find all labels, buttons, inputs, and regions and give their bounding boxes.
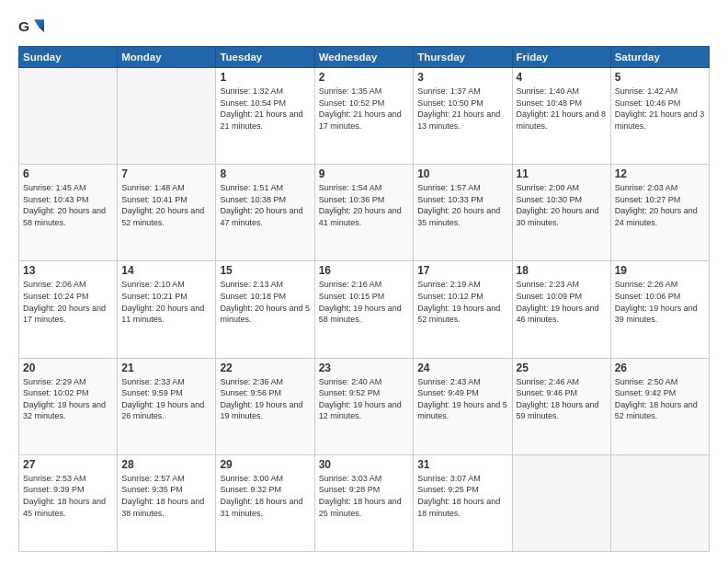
day-info: Sunrise: 1:48 AM Sunset: 10:41 PM Daylig… xyxy=(121,182,211,228)
day-number: 9 xyxy=(319,167,410,180)
day-number: 2 xyxy=(319,71,410,84)
day-info: Sunrise: 2:57 AM Sunset: 9:35 PM Dayligh… xyxy=(121,473,211,519)
calendar-week-row: 6Sunrise: 1:45 AM Sunset: 10:43 PM Dayli… xyxy=(19,165,710,261)
day-info: Sunrise: 2:00 AM Sunset: 10:30 PM Daylig… xyxy=(517,182,607,228)
day-info: Sunrise: 2:46 AM Sunset: 9:46 PM Dayligh… xyxy=(517,376,607,422)
day-info: Sunrise: 2:36 AM Sunset: 9:56 PM Dayligh… xyxy=(220,376,310,422)
day-number: 5 xyxy=(615,71,705,84)
calendar-cell: 25Sunrise: 2:46 AM Sunset: 9:46 PM Dayli… xyxy=(512,358,610,454)
weekday-header: Thursday xyxy=(414,47,512,68)
calendar-cell: 4Sunrise: 1:40 AM Sunset: 10:48 PM Dayli… xyxy=(512,68,610,165)
day-info: Sunrise: 1:40 AM Sunset: 10:48 PM Daylig… xyxy=(517,86,607,132)
day-info: Sunrise: 2:40 AM Sunset: 9:52 PM Dayligh… xyxy=(319,376,410,422)
logo-icon: G xyxy=(18,17,44,37)
day-number: 10 xyxy=(417,167,507,180)
day-info: Sunrise: 1:57 AM Sunset: 10:33 PM Daylig… xyxy=(417,182,507,228)
header: G xyxy=(18,17,710,37)
svg-marker-2 xyxy=(39,27,44,32)
calendar-cell: 30Sunrise: 3:03 AM Sunset: 9:28 PM Dayli… xyxy=(314,454,414,551)
day-info: Sunrise: 1:54 AM Sunset: 10:36 PM Daylig… xyxy=(319,182,410,228)
day-number: 26 xyxy=(615,362,705,374)
day-info: Sunrise: 2:23 AM Sunset: 10:09 PM Daylig… xyxy=(517,279,607,325)
calendar-cell xyxy=(19,68,118,165)
day-number: 18 xyxy=(517,264,607,277)
calendar-cell: 22Sunrise: 2:36 AM Sunset: 9:56 PM Dayli… xyxy=(216,358,314,454)
day-number: 22 xyxy=(220,362,310,374)
calendar-cell: 11Sunrise: 2:00 AM Sunset: 10:30 PM Dayl… xyxy=(512,165,610,261)
day-number: 28 xyxy=(121,458,211,471)
calendar-cell: 14Sunrise: 2:10 AM Sunset: 10:21 PM Dayl… xyxy=(118,261,216,358)
calendar-cell: 15Sunrise: 2:13 AM Sunset: 10:18 PM Dayl… xyxy=(216,261,314,358)
day-info: Sunrise: 2:26 AM Sunset: 10:06 PM Daylig… xyxy=(615,279,705,325)
weekday-header: Wednesday xyxy=(314,47,414,68)
day-number: 25 xyxy=(517,362,607,374)
calendar-week-row: 1Sunrise: 1:32 AM Sunset: 10:54 PM Dayli… xyxy=(19,68,710,165)
day-number: 30 xyxy=(319,458,410,471)
day-number: 20 xyxy=(23,362,113,374)
calendar-page: G SundayMondayTuesdayWednesdayThursdayFr… xyxy=(0,0,728,563)
day-number: 21 xyxy=(121,362,211,374)
calendar-cell: 29Sunrise: 3:00 AM Sunset: 9:32 PM Dayli… xyxy=(216,454,314,551)
day-info: Sunrise: 3:00 AM Sunset: 9:32 PM Dayligh… xyxy=(220,473,310,519)
calendar-cell: 2Sunrise: 1:35 AM Sunset: 10:52 PM Dayli… xyxy=(314,68,414,165)
calendar-cell: 7Sunrise: 1:48 AM Sunset: 10:41 PM Dayli… xyxy=(118,165,216,261)
calendar-cell: 18Sunrise: 2:23 AM Sunset: 10:09 PM Dayl… xyxy=(512,261,610,358)
calendar-cell: 21Sunrise: 2:33 AM Sunset: 9:59 PM Dayli… xyxy=(118,358,216,454)
day-info: Sunrise: 1:37 AM Sunset: 10:50 PM Daylig… xyxy=(417,86,507,132)
calendar-cell: 31Sunrise: 3:07 AM Sunset: 9:25 PM Dayli… xyxy=(414,454,512,551)
calendar-cell: 20Sunrise: 2:29 AM Sunset: 10:02 PM Dayl… xyxy=(19,358,118,454)
day-number: 31 xyxy=(417,458,507,471)
svg-text:G: G xyxy=(18,18,29,34)
day-number: 16 xyxy=(319,264,410,277)
calendar-week-row: 20Sunrise: 2:29 AM Sunset: 10:02 PM Dayl… xyxy=(19,358,710,454)
calendar-cell: 19Sunrise: 2:26 AM Sunset: 10:06 PM Dayl… xyxy=(610,261,709,358)
day-info: Sunrise: 2:29 AM Sunset: 10:02 PM Daylig… xyxy=(23,376,113,422)
day-info: Sunrise: 1:32 AM Sunset: 10:54 PM Daylig… xyxy=(220,86,310,132)
calendar-week-row: 13Sunrise: 2:06 AM Sunset: 10:24 PM Dayl… xyxy=(19,261,710,358)
calendar-cell: 23Sunrise: 2:40 AM Sunset: 9:52 PM Dayli… xyxy=(314,358,414,454)
weekday-header: Tuesday xyxy=(216,47,314,68)
day-number: 14 xyxy=(121,264,211,277)
calendar-week-row: 27Sunrise: 2:53 AM Sunset: 9:39 PM Dayli… xyxy=(19,454,710,551)
logo: G xyxy=(18,17,48,37)
weekday-header-row: SundayMondayTuesdayWednesdayThursdayFrid… xyxy=(19,47,710,68)
day-info: Sunrise: 2:16 AM Sunset: 10:15 PM Daylig… xyxy=(319,279,410,325)
day-info: Sunrise: 2:53 AM Sunset: 9:39 PM Dayligh… xyxy=(23,473,113,519)
calendar-cell: 17Sunrise: 2:19 AM Sunset: 10:12 PM Dayl… xyxy=(414,261,512,358)
calendar-cell: 6Sunrise: 1:45 AM Sunset: 10:43 PM Dayli… xyxy=(19,165,118,261)
day-info: Sunrise: 2:43 AM Sunset: 9:49 PM Dayligh… xyxy=(417,376,507,422)
calendar-cell: 16Sunrise: 2:16 AM Sunset: 10:15 PM Dayl… xyxy=(314,261,414,358)
day-number: 12 xyxy=(615,167,705,180)
day-info: Sunrise: 2:19 AM Sunset: 10:12 PM Daylig… xyxy=(417,279,507,325)
day-number: 4 xyxy=(517,71,607,84)
calendar-table: SundayMondayTuesdayWednesdayThursdayFrid… xyxy=(18,46,710,552)
weekday-header: Sunday xyxy=(19,47,118,68)
calendar-cell: 5Sunrise: 1:42 AM Sunset: 10:46 PM Dayli… xyxy=(610,68,709,165)
day-info: Sunrise: 1:42 AM Sunset: 10:46 PM Daylig… xyxy=(615,86,705,132)
day-info: Sunrise: 3:07 AM Sunset: 9:25 PM Dayligh… xyxy=(417,473,507,519)
calendar-cell xyxy=(118,68,216,165)
day-number: 19 xyxy=(615,264,705,277)
day-info: Sunrise: 1:35 AM Sunset: 10:52 PM Daylig… xyxy=(319,86,410,132)
day-info: Sunrise: 2:03 AM Sunset: 10:27 PM Daylig… xyxy=(615,182,705,228)
svg-marker-1 xyxy=(34,19,44,27)
day-info: Sunrise: 2:06 AM Sunset: 10:24 PM Daylig… xyxy=(23,279,113,325)
day-info: Sunrise: 2:13 AM Sunset: 10:18 PM Daylig… xyxy=(220,279,310,325)
day-info: Sunrise: 2:10 AM Sunset: 10:21 PM Daylig… xyxy=(121,279,211,325)
calendar-cell: 28Sunrise: 2:57 AM Sunset: 9:35 PM Dayli… xyxy=(118,454,216,551)
calendar-cell xyxy=(610,454,709,551)
calendar-cell: 10Sunrise: 1:57 AM Sunset: 10:33 PM Dayl… xyxy=(414,165,512,261)
day-number: 8 xyxy=(220,167,310,180)
calendar-cell: 1Sunrise: 1:32 AM Sunset: 10:54 PM Dayli… xyxy=(216,68,314,165)
calendar-cell xyxy=(512,454,610,551)
calendar-cell: 27Sunrise: 2:53 AM Sunset: 9:39 PM Dayli… xyxy=(19,454,118,551)
day-info: Sunrise: 1:45 AM Sunset: 10:43 PM Daylig… xyxy=(23,182,113,228)
day-number: 15 xyxy=(220,264,310,277)
day-info: Sunrise: 3:03 AM Sunset: 9:28 PM Dayligh… xyxy=(319,473,410,519)
calendar-cell: 9Sunrise: 1:54 AM Sunset: 10:36 PM Dayli… xyxy=(314,165,414,261)
calendar-cell: 13Sunrise: 2:06 AM Sunset: 10:24 PM Dayl… xyxy=(19,261,118,358)
day-number: 7 xyxy=(121,167,211,180)
day-info: Sunrise: 2:33 AM Sunset: 9:59 PM Dayligh… xyxy=(121,376,211,422)
weekday-header: Saturday xyxy=(610,47,709,68)
calendar-cell: 26Sunrise: 2:50 AM Sunset: 9:42 PM Dayli… xyxy=(610,358,709,454)
